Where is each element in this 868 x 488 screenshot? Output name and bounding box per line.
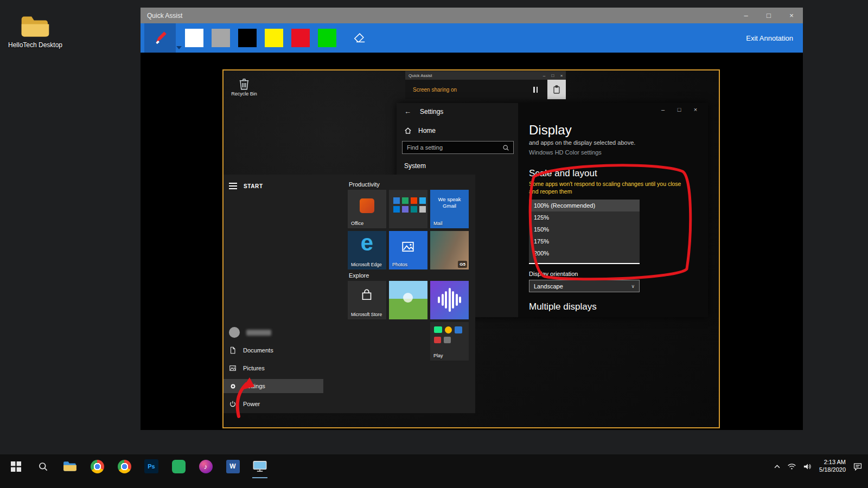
tile-microsoft-store[interactable]: Microsoft Store (348, 281, 386, 319)
start-menu: START Documents (224, 175, 475, 413)
file-explorer-button[interactable] (56, 454, 84, 478)
desktop-shortcut-label: HelloTech Desktop (5, 41, 65, 49)
start-menu-header: START (244, 183, 263, 189)
remote-quick-assist-banner: Quick Assist – □ × Screen sharing on (405, 71, 566, 99)
start-button[interactable] (2, 454, 29, 478)
start-item-documents[interactable]: Documents (224, 343, 323, 357)
color-swatch-white[interactable] (185, 29, 203, 47)
mini-app-icon (393, 197, 400, 204)
tile-music[interactable] (430, 281, 469, 319)
browser-icon (118, 460, 131, 473)
scale-option[interactable]: 175% (529, 235, 640, 247)
start-item-label: Settings (244, 383, 265, 389)
mini-app-icon (444, 337, 451, 343)
tile-edge[interactable]: e Microsoft Edge (348, 231, 386, 269)
orientation-select[interactable]: Landscape ∨ (529, 280, 640, 292)
exit-annotation-button[interactable]: Exit Annotation (746, 23, 793, 53)
quick-assist-window: Quick Assist – □ × (141, 8, 803, 430)
clipboard-icon (553, 85, 560, 94)
green-app-button[interactable] (165, 454, 192, 478)
network-icon[interactable] (787, 463, 796, 470)
home-icon (404, 127, 412, 134)
photoshop-button[interactable]: Ps (138, 454, 165, 478)
scale-option[interactable]: 150% (529, 223, 640, 235)
minimize-button[interactable]: – (735, 8, 757, 23)
host-taskbar: Ps ♪ W (0, 454, 868, 488)
quick-assist-titlebar: Quick Assist – □ × (141, 8, 803, 23)
volume-icon[interactable] (803, 463, 812, 470)
action-center-icon[interactable] (853, 463, 863, 471)
minimize-icon[interactable]: – (540, 73, 548, 78)
start-item-pictures[interactable]: Pictures (224, 361, 323, 375)
settings-search-input[interactable] (403, 144, 502, 151)
maximize-button[interactable]: □ (757, 8, 780, 23)
screen-share-app-button[interactable] (246, 454, 273, 478)
host-system-tray: 2:13 AM 5/18/2020 (774, 454, 863, 478)
recycle-bin-shortcut[interactable]: Recycle Bin (230, 77, 258, 97)
remote-qa-titlebar: Quick Assist – □ × (405, 71, 566, 80)
start-item-settings[interactable]: Settings (224, 379, 323, 393)
scale-option[interactable]: 100% (Recommended) (529, 200, 640, 211)
music-app-icon: ♪ (199, 460, 213, 473)
host-time: 2:13 AM (819, 459, 846, 466)
equalizer-icon (438, 287, 461, 312)
orientation-label: Display orientation (529, 271, 578, 277)
eraser-button[interactable] (352, 30, 368, 46)
user-name-redacted (246, 330, 271, 336)
photoshop-icon: Ps (144, 459, 158, 473)
mini-app-icon (455, 326, 462, 333)
music-app-button[interactable]: ♪ (192, 454, 219, 478)
tray-chevron-icon[interactable] (774, 465, 780, 468)
gear-icon (229, 382, 237, 390)
start-item-power[interactable]: Power (224, 397, 323, 411)
scale-option[interactable]: 200% (529, 247, 640, 259)
office-icon (360, 198, 374, 213)
tile-label: Office (351, 221, 363, 226)
start-user-item[interactable] (224, 325, 323, 339)
scale-option[interactable]: 125% (529, 211, 640, 223)
hamburger-menu-icon[interactable] (229, 181, 237, 191)
clipboard-button[interactable] (547, 80, 566, 99)
search-icon[interactable] (502, 144, 509, 151)
multiple-displays-heading: Multiple displays (529, 301, 597, 312)
browser-button-2[interactable] (111, 454, 138, 478)
color-swatch-gray[interactable] (212, 29, 230, 47)
color-swatch-yellow[interactable] (265, 29, 283, 47)
color-swatch-red[interactable] (291, 29, 310, 47)
sidebar-item-home[interactable]: Home (404, 127, 436, 134)
pen-tool-button[interactable] (144, 23, 176, 53)
color-swatch-green[interactable] (318, 29, 336, 47)
color-swatch-black[interactable] (238, 29, 257, 47)
hd-color-settings-link[interactable]: Windows HD Color settings (529, 149, 602, 156)
sidebar-home-label: Home (418, 127, 436, 134)
eraser-icon (353, 32, 366, 44)
back-icon[interactable]: ← (404, 107, 411, 115)
tile-photos[interactable]: Photos (389, 231, 427, 269)
desktop-shortcut-hellotech[interactable]: HelloTech Desktop (5, 14, 65, 49)
maximize-icon[interactable]: □ (548, 73, 557, 78)
tile-farm-game[interactable] (389, 281, 427, 319)
mini-app-icon (434, 337, 441, 343)
tile-label: Play (433, 353, 443, 358)
close-button[interactable]: × (780, 8, 803, 23)
pen-dropdown-caret-icon[interactable] (176, 46, 182, 49)
remote-qa-title: Quick Assist (405, 73, 540, 78)
word-button[interactable]: W (219, 454, 246, 478)
tile-play[interactable]: Play (430, 322, 469, 361)
mini-app-icon (402, 197, 409, 204)
scale-layout-heading: Scale and layout (529, 168, 597, 179)
mini-app-icon (411, 197, 417, 204)
close-icon[interactable]: × (557, 73, 566, 78)
pause-icon[interactable] (533, 87, 538, 93)
scale-select-underline (529, 259, 640, 264)
tile-mail[interactable]: We speak Gmail Mail (430, 190, 469, 228)
mini-app-icon (393, 206, 400, 213)
chrome-button[interactable] (84, 454, 111, 478)
tile-g5-game[interactable]: G5 (430, 231, 469, 269)
tile-label: Mail (433, 221, 443, 226)
host-clock[interactable]: 2:13 AM 5/18/2020 (819, 459, 846, 474)
pictures-icon (229, 364, 237, 372)
search-button[interactable] (29, 454, 56, 478)
tile-office[interactable]: Office (348, 190, 386, 228)
tile-office-apps-folder[interactable] (389, 190, 427, 228)
